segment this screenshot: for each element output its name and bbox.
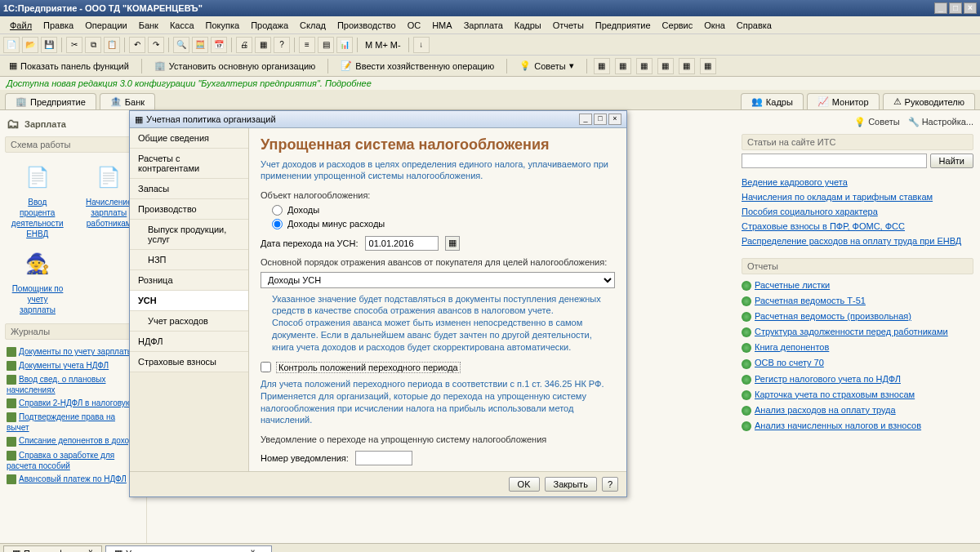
report-link[interactable]: Анализ начисленных налогов и взносов <box>755 421 921 430</box>
report-link[interactable]: Регистр налогового учета по НДФЛ <box>755 374 901 384</box>
salary-link[interactable]: Начисление зарплаты работникам <box>82 197 137 229</box>
menu-edit[interactable]: Правка <box>38 19 78 32</box>
journal-link[interactable]: Справка о заработке для расчета пособий <box>7 451 114 470</box>
dialog-close-button[interactable]: × <box>608 114 621 125</box>
menu-ops[interactable]: Операции <box>80 19 131 32</box>
report-link[interactable]: Расчетная ведомость (произвольная) <box>755 311 911 321</box>
menu-service[interactable]: Сервис <box>657 19 698 32</box>
tb-ex2-icon[interactable]: ▦ <box>615 58 631 74</box>
nav-output[interactable]: Выпуск продукции, услуг <box>130 220 248 250</box>
report-link[interactable]: Расчетные листки <box>755 280 830 290</box>
tb-save-icon[interactable]: 💾 <box>41 37 57 53</box>
tb-calendar-icon[interactable]: 📅 <box>211 37 227 53</box>
tb-ex5-icon[interactable]: ▦ <box>679 58 695 74</box>
menu-prod[interactable]: Производство <box>332 19 401 32</box>
nav-production[interactable]: Производство <box>130 199 248 220</box>
show-panel-button[interactable]: ▦ Показать панель функций <box>3 58 135 73</box>
its-link[interactable]: Страховые взносы в ПФР, ФОМС, ФСС <box>742 221 905 231</box>
journal-link[interactable]: Списание депонентов в доходы <box>19 436 140 445</box>
ok-button[interactable]: OK <box>509 477 540 492</box>
menu-company[interactable]: Предприятие <box>590 19 656 32</box>
its-search-input[interactable] <box>742 154 927 168</box>
nav-insurance[interactable]: Страховые взносы <box>130 352 248 372</box>
menu-kassa[interactable]: Касса <box>165 19 199 32</box>
report-link[interactable]: Структура задолженности перед работникам… <box>755 327 948 336</box>
journal-link[interactable]: Подтверждение права на вычет <box>7 412 115 432</box>
journal-link[interactable]: Справки 2-НДФЛ в налоговую <box>19 398 131 407</box>
report-link[interactable]: Анализ расходов на оплату труда <box>755 405 896 415</box>
menu-help[interactable]: Справка <box>732 19 777 32</box>
tb-report-icon[interactable]: ▤ <box>318 37 334 53</box>
its-link[interactable]: Ведение кадрового учета <box>742 177 848 187</box>
tb-cut-icon[interactable]: ✂ <box>66 37 82 53</box>
tb-print-icon[interactable]: 🖨 <box>236 37 252 53</box>
nav-general[interactable]: Общие сведения <box>130 128 248 149</box>
its-link[interactable]: Распределение расходов на оплату труда п… <box>742 236 961 246</box>
tb-redo-icon[interactable]: ↷ <box>148 37 164 53</box>
maximize-button[interactable]: □ <box>949 2 962 14</box>
tb-ex4-icon[interactable]: ▦ <box>657 58 674 74</box>
menu-salary[interactable]: Зарплата <box>459 19 508 32</box>
tb-ex6-icon[interactable]: ▦ <box>700 58 716 74</box>
set-org-button[interactable]: 🏢 Установить основную организацию <box>149 58 322 73</box>
date-picker-button[interactable]: ▦ <box>445 236 460 251</box>
enter-op-button[interactable]: 📝 Ввести хозяйственную операцию <box>335 58 500 73</box>
nav-stock[interactable]: Запасы <box>130 179 248 199</box>
tb-paste-icon[interactable]: 📋 <box>104 37 120 53</box>
its-link[interactable]: Пособия социального характера <box>742 207 878 216</box>
tips-link[interactable]: 💡 Советы <box>854 117 900 127</box>
close-button[interactable]: × <box>964 2 977 14</box>
journal-link[interactable]: Документы учета НДФЛ <box>19 361 109 370</box>
menu-reports[interactable]: Отчеты <box>548 19 589 32</box>
panel-task-button[interactable]: ▦ Панель функций <box>3 545 102 552</box>
tips-button[interactable]: 💡 Советы ▾ <box>514 58 579 73</box>
envd-link[interactable]: Ввод процента деятельности ЕНВД <box>10 197 65 239</box>
tab-monitor[interactable]: 📈 Монитор <box>807 93 880 109</box>
tab-manager[interactable]: ⚠ Руководителю <box>883 93 975 109</box>
tab-staff[interactable]: 👥 Кадры <box>741 93 804 109</box>
its-link[interactable]: Начисления по окладам и тарифным ставкам <box>742 192 933 202</box>
tb-calc-icon[interactable]: 🧮 <box>192 37 208 53</box>
tb-chart-icon[interactable]: 📊 <box>336 37 353 53</box>
nav-usn[interactable]: УСН <box>130 291 248 311</box>
nav-nzp[interactable]: НЗП <box>130 250 248 270</box>
income-expenses-radio[interactable] <box>272 219 283 229</box>
journal-link[interactable]: Документы по учету зарплаты <box>19 347 133 356</box>
tb-arrow-icon[interactable]: ↓ <box>413 37 430 53</box>
close-button[interactable]: Закрыть <box>545 477 597 492</box>
tb-new-icon[interactable]: 📄 <box>3 37 20 53</box>
tab-bank[interactable]: 🏦 Банк <box>100 93 155 109</box>
menu-stock[interactable]: Склад <box>295 19 331 32</box>
tb-ex1-icon[interactable]: ▦ <box>594 58 610 74</box>
menu-staff[interactable]: Кадры <box>510 19 546 32</box>
menu-buy[interactable]: Покупка <box>201 19 245 32</box>
menu-windows[interactable]: Окна <box>699 19 730 32</box>
tb-copy-icon[interactable]: ⧉ <box>85 37 101 53</box>
notify-num-input[interactable] <box>355 451 412 465</box>
tab-company[interactable]: 🏢 Предприятие <box>5 93 96 109</box>
menu-bank[interactable]: Банк <box>134 19 163 32</box>
nav-contragents[interactable]: Расчеты с контрагентами <box>130 149 248 179</box>
report-link[interactable]: ОСВ по счету 70 <box>755 358 824 367</box>
nav-expenses[interactable]: Учет расходов <box>130 311 248 332</box>
journal-link[interactable]: Авансовый платеж по НДФЛ <box>19 474 127 483</box>
usn-date-input[interactable] <box>365 236 439 251</box>
nav-ndfl[interactable]: НДФЛ <box>130 332 248 352</box>
help-button[interactable]: ? <box>602 477 618 492</box>
journal-link[interactable]: Ввод свед. о плановых начислениях <box>7 375 106 394</box>
report-link[interactable]: Расчетная ведомость Т-51 <box>755 296 866 305</box>
update-banner[interactable]: Доступна новая редакция 3.0 конфигурации… <box>0 77 980 90</box>
tb-find-icon[interactable]: 🔍 <box>173 37 189 53</box>
settings-link[interactable]: 🔧 Настройка... <box>908 117 973 127</box>
income-radio[interactable] <box>272 205 283 216</box>
dialog-max-button[interactable]: □ <box>594 114 607 125</box>
menu-file[interactable]: Файл <box>5 19 37 32</box>
nav-retail[interactable]: Розница <box>130 270 248 291</box>
find-button[interactable]: Найти <box>930 154 973 168</box>
tb-form-icon[interactable]: ▦ <box>255 37 271 53</box>
tb-ex3-icon[interactable]: ▦ <box>636 58 653 74</box>
report-link[interactable]: Карточка учета по страховым взносам <box>755 390 915 399</box>
advance-select[interactable]: Доходы УСН <box>261 272 615 288</box>
report-link[interactable]: Книга депонентов <box>755 342 829 352</box>
transition-checkbox[interactable] <box>261 362 271 372</box>
